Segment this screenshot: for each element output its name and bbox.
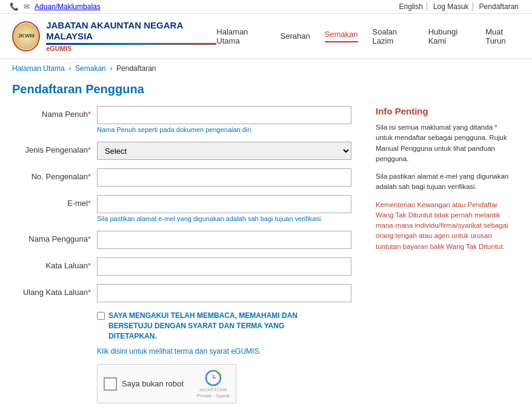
ulang-field <box>97 284 351 302</box>
info-panel: Info Penting Sila isi semua maklumat yan… <box>370 106 515 407</box>
ulang-row: Ulang Kata Laluan* <box>12 284 351 302</box>
emel-required: * <box>88 199 91 208</box>
nav-serahan[interactable]: Serahan <box>280 31 310 41</box>
jenis-row: Jenis Pengenalan* Select <box>12 142 351 160</box>
logo-area: JKWM JABATAN AKAUNTAN NEGARA MALAYSIA eG… <box>12 20 216 52</box>
info-para3: Kementerian Kewangan atau Pendaftar Wang… <box>376 200 509 252</box>
topbar: 📞 ✉ Aduan/Maklumbalas English Log Masuk … <box>0 0 532 14</box>
lang-link[interactable]: English <box>396 2 427 11</box>
logo-icon: JKWM <box>12 21 40 51</box>
emel-hint: Sila pastikan alamat e-mel yang digunaka… <box>97 215 351 222</box>
recaptcha-brand: reCAPTCHA <box>199 387 227 393</box>
nama-required: * <box>88 110 91 119</box>
recaptcha-logo-icon <box>204 369 222 387</box>
terms-link[interactable]: Klik disini untuk melihat terma dan syar… <box>97 347 261 356</box>
main-content: Nama Penuh* Nama Penuh seperti pada doku… <box>0 106 532 407</box>
no-label: No. Pengenalan* <box>12 168 91 181</box>
recaptcha-checkbox[interactable] <box>104 377 117 391</box>
jenis-field: Select <box>97 142 351 160</box>
ulang-label: Ulang Kata Laluan* <box>12 284 91 297</box>
recaptcha-left: Saya bukan robot <box>104 377 184 391</box>
jenis-label: Jenis Pengenalan* <box>12 142 91 154</box>
emel-row: E-mel* Sila pastikan alamat e-mel yang d… <box>12 195 351 222</box>
nav-hubungi[interactable]: Hubungi Kami <box>428 27 471 45</box>
topbar-left: 📞 ✉ Aduan/Maklumbalas <box>10 2 101 11</box>
ulang-input[interactable] <box>97 284 351 302</box>
pengguna-input[interactable] <box>97 231 351 249</box>
pengguna-field <box>97 231 351 249</box>
recaptcha-box[interactable]: Saya bukan robot reCAPTCHA Privasi - Sya… <box>97 364 236 403</box>
emel-label: E-mel* <box>12 195 91 208</box>
pengguna-required: * <box>88 234 91 243</box>
phone-icon: 📞 <box>10 2 19 11</box>
checkbox-label: SAYA MENGAKUI TELAH MEMBACA, MEMAHAMI DA… <box>108 311 302 341</box>
pengguna-label: Nama Pengguna* <box>12 231 91 243</box>
kata-required: * <box>88 261 91 270</box>
jenis-required: * <box>88 145 91 154</box>
no-field <box>97 168 351 187</box>
main-nav: Halaman Utama Serahan Semakan Soalan Laz… <box>216 27 520 45</box>
breadcrumb: Halaman Utama › Semakan › Pendaftaran <box>0 59 532 78</box>
checkbox-row: SAYA MENGAKUI TELAH MEMBACA, MEMAHAMI DA… <box>97 311 351 341</box>
nama-input[interactable] <box>97 106 351 124</box>
logo-sub-text: eGUMIS <box>46 45 216 52</box>
breadcrumb-semakan[interactable]: Semakan <box>75 64 106 73</box>
recaptcha-policy: Privasi - Syarat <box>197 393 230 399</box>
terms-checkbox[interactable] <box>97 312 105 320</box>
kata-input[interactable] <box>97 257 351 276</box>
jenis-select[interactable]: Select <box>97 142 351 160</box>
no-input[interactable] <box>97 168 351 187</box>
info-para1: Sila isi semua maklumat yang ditanda * u… <box>376 122 509 164</box>
page-title: Pendaftaran Pengguna <box>0 78 532 106</box>
nav-home[interactable]: Halaman Utama <box>216 27 265 45</box>
form-section: Nama Penuh* Nama Penuh seperti pada doku… <box>12 106 351 407</box>
no-required: * <box>88 172 91 181</box>
kata-row: Kata Laluan* <box>12 257 351 276</box>
breadcrumb-current: Pendaftaran <box>116 64 156 73</box>
info-title: Info Penting <box>376 106 509 116</box>
topbar-email-link[interactable]: Aduan/Maklumbalas <box>35 2 101 11</box>
nama-row: Nama Penuh* Nama Penuh seperti pada doku… <box>12 106 351 133</box>
logo-inner: JKWM <box>13 23 39 50</box>
register-link[interactable]: Pendaftaran <box>476 2 522 11</box>
emel-field: Sila pastikan alamat e-mel yang digunaka… <box>97 195 351 222</box>
nav-muat[interactable]: Muat Turun <box>485 27 520 45</box>
nama-field: Nama Penuh seperti pada dokumen pengenal… <box>97 106 351 133</box>
nama-hint: Nama Penuh seperti pada dokumen pengenal… <box>97 126 351 133</box>
nav-semakan[interactable]: Semakan <box>325 30 358 42</box>
recaptcha-text: Saya bukan robot <box>122 379 184 388</box>
pengguna-row: Nama Pengguna* <box>12 231 351 249</box>
ulang-required: * <box>88 288 91 297</box>
kata-field <box>97 257 351 276</box>
logo-main-text: JABATAN AKAUNTAN NEGARA MALAYSIA <box>46 20 216 42</box>
logo-text-block: JABATAN AKAUNTAN NEGARA MALAYSIA eGUMIS <box>46 20 216 52</box>
header: JKWM JABATAN AKAUNTAN NEGARA MALAYSIA eG… <box>0 14 532 59</box>
recaptcha-right: reCAPTCHA Privasi - Syarat <box>197 369 230 399</box>
topbar-right: English Log Masuk Pendaftaran <box>396 2 522 11</box>
emel-input[interactable] <box>97 195 351 213</box>
login-link[interactable]: Log Masuk <box>430 2 473 11</box>
kata-label: Kata Laluan* <box>12 257 91 270</box>
nav-soalan[interactable]: Soalan Lazim <box>373 27 414 45</box>
info-title-highlight: Penting <box>395 106 428 116</box>
no-row: No. Pengenalan* <box>12 168 351 187</box>
nama-label: Nama Penuh* <box>12 106 91 119</box>
info-para2: Sila pastikan alamat e-mel yang digunaka… <box>376 171 509 193</box>
breadcrumb-home[interactable]: Halaman Utama <box>12 64 65 73</box>
email-icon: ✉ <box>24 2 30 11</box>
terms-link-area: Klik disini untuk melihat terma dan syar… <box>97 347 351 356</box>
